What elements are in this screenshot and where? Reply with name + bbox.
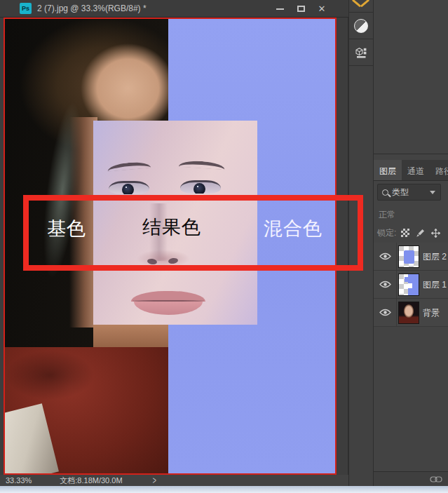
filter-type-label: 类型 — [392, 187, 409, 198]
layers-panel: 图层 通道 路径 类型 正常 锁定: — [374, 0, 448, 486]
label-base-color: 基色 — [47, 218, 86, 240]
label-blend-color: 混合色 — [264, 218, 323, 240]
document-size-info: 文档:8.18M/30.0M — [60, 475, 122, 486]
layers-panel-footer — [374, 471, 448, 486]
status-bar: 33.33% 文档:8.18M/30.0M > — [0, 475, 348, 486]
minimize-button[interactable] — [269, 0, 290, 18]
panel-separator — [374, 154, 448, 154]
layer-thumbnail[interactable] — [398, 273, 419, 296]
collapsed-yellow-icon — [360, 0, 369, 7]
lock-transparency-icon[interactable] — [401, 229, 409, 237]
thumb-checker-notch — [408, 283, 412, 288]
lock-pixels-icon[interactable] — [416, 229, 425, 238]
layer-name: 背景 — [423, 306, 440, 318]
layer-filter-dropdown[interactable]: 类型 — [377, 184, 441, 201]
photoshop-window: Ps 2 (7).jpg @ 33.3%(RGB/8#) * ✕ — [0, 0, 448, 493]
mouth-line — [133, 300, 204, 302]
blend-mode-dropdown[interactable]: 正常 — [379, 209, 395, 221]
chevron-down-icon — [430, 191, 435, 197]
adjustments-icon — [354, 19, 368, 33]
maximize-icon — [297, 6, 305, 12]
layer-row-layer2[interactable]: 图层 2 — [374, 243, 448, 271]
thumb-blue-rect — [404, 250, 414, 264]
tab-channels[interactable]: 通道 — [402, 160, 430, 180]
layer-thumbnail[interactable] — [398, 302, 419, 324]
eyebrow-left — [107, 161, 151, 171]
photoshop-file-icon: Ps — [20, 3, 32, 14]
link-layers-icon — [430, 476, 442, 482]
eye-icon — [379, 281, 391, 288]
eye-icon — [379, 252, 391, 260]
document-titlebar[interactable]: Ps 2 (7).jpg @ 33.3%(RGB/8#) * ✕ — [0, 0, 348, 18]
collapsed-yellow-icon — [352, 0, 361, 7]
document-title: 2 (7).jpg @ 33.3%(RGB/8#) * — [37, 4, 147, 13]
layer-name: 图层 2 — [423, 250, 447, 262]
link-layers-button[interactable] — [430, 476, 442, 482]
layer-thumbnail[interactable] — [398, 245, 419, 268]
window-controls: ✕ — [269, 0, 332, 18]
lock-position-icon[interactable] — [431, 229, 440, 238]
eye-left — [109, 181, 149, 194]
layers-list: 图层 2 图层 1 — [374, 243, 448, 327]
search-icon — [382, 189, 388, 196]
thumb-blue-bump — [405, 277, 409, 282]
iris-left — [122, 184, 134, 194]
minimize-icon — [276, 8, 284, 10]
iris-right — [194, 183, 205, 194]
layer-name: 图层 1 — [423, 278, 447, 290]
tab-paths[interactable]: 路径 — [430, 160, 448, 180]
lock-label: 锁定: — [377, 227, 396, 239]
lips — [131, 291, 205, 316]
close-button[interactable]: ✕ — [311, 0, 332, 18]
styles-icon — [355, 47, 367, 58]
styles-panel-button[interactable] — [349, 39, 373, 66]
panel-tabs: 图层 通道 路径 — [374, 160, 448, 181]
lock-options: 锁定: — [377, 226, 447, 240]
blend-mode-value: 正常 — [379, 210, 395, 220]
eye-right — [180, 180, 221, 194]
maximize-button[interactable] — [290, 0, 311, 18]
visibility-toggle[interactable] — [374, 299, 397, 326]
collapsed-panel-button[interactable] — [349, 0, 373, 13]
eyebrow-right — [179, 160, 226, 170]
layer-row-background[interactable]: 背景 — [374, 299, 448, 327]
zoom-level[interactable]: 33.33% — [6, 476, 32, 485]
visibility-toggle[interactable] — [374, 271, 397, 298]
layer-row-layer1[interactable]: 图层 1 — [374, 271, 448, 299]
eye-icon — [379, 309, 391, 316]
lower-lip — [134, 300, 203, 315]
tab-layers[interactable]: 图层 — [374, 160, 402, 180]
status-chevron-icon[interactable]: > — [152, 475, 156, 486]
adjustments-panel-button[interactable] — [349, 13, 373, 39]
label-result-color: 结果色 — [142, 217, 201, 238]
visibility-toggle[interactable] — [374, 243, 397, 270]
window-bottom-edge — [0, 486, 448, 493]
